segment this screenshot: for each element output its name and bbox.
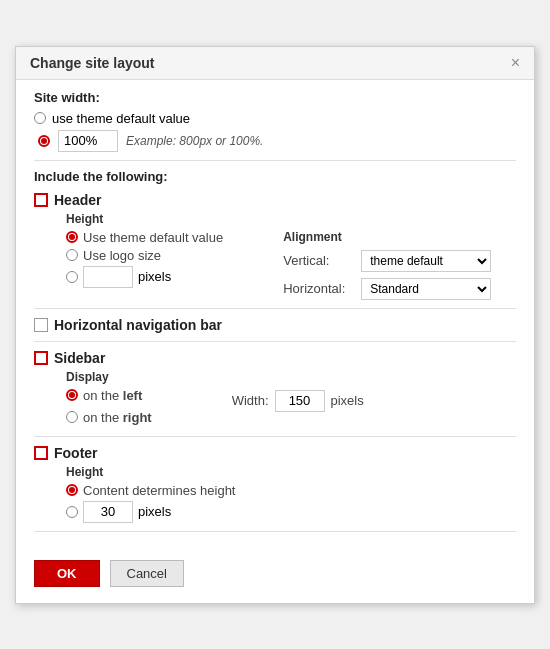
alignment-label: Alignment (283, 230, 491, 244)
sidebar-right-label: on the right (83, 410, 152, 425)
footer-pixels-radio[interactable] (66, 506, 78, 518)
horizontal-label: Horizontal: (283, 281, 355, 296)
sidebar-sub-section: Display on the left on the right Wid (34, 370, 516, 428)
footer-pixels-row: pixels (66, 501, 516, 523)
sidebar-left-radio[interactable] (66, 389, 78, 401)
site-width-theme-label: use theme default value (52, 111, 190, 126)
horizontal-align-row: Horizontal: Standard Left Center Right (283, 278, 491, 300)
vertical-align-row: Vertical: theme default top middle botto… (283, 250, 491, 272)
site-width-input[interactable] (58, 130, 118, 152)
vertical-label: Vertical: (283, 253, 355, 268)
site-width-example: Example: 800px or 100%. (126, 134, 263, 148)
header-height-options: Use theme default value Use logo size pi… (44, 230, 223, 300)
footer-content-row: Content determines height (66, 483, 516, 498)
footer-title-row: Footer (34, 445, 516, 461)
sidebar-left-row: on the left (66, 388, 152, 403)
horizontal-nav-section: Horizontal navigation bar (34, 317, 516, 333)
sidebar-options-row: on the left on the right Width: pixels (44, 388, 516, 428)
horizontal-nav-checkbox[interactable] (34, 318, 48, 332)
sidebar-left-label: on the left (83, 388, 142, 403)
footer-content-label: Content determines height (83, 483, 235, 498)
sidebar-width-label: Width: (232, 393, 269, 408)
sidebar-radio-group: on the left on the right (44, 388, 152, 428)
footer-pixels-input[interactable] (83, 501, 133, 523)
cancel-button[interactable]: Cancel (110, 560, 184, 587)
header-sub-section: Height Use theme default value Use logo … (34, 212, 516, 300)
header-checkbox[interactable] (34, 193, 48, 207)
header-theme-row: Use theme default value (66, 230, 223, 245)
sidebar-width-row: Width: pixels (232, 390, 364, 412)
site-width-label: Site width: (34, 90, 516, 105)
sidebar-label: Sidebar (54, 350, 105, 366)
sidebar-title-row: Sidebar (34, 350, 516, 366)
header-alignment: Alignment Vertical: theme default top mi… (283, 230, 491, 300)
change-site-layout-dialog: Change site layout × Site width: use the… (15, 46, 535, 604)
header-logo-row: Use logo size (66, 248, 223, 263)
header-logo-label: Use logo size (83, 248, 161, 263)
footer-pixels-label: pixels (138, 504, 171, 519)
site-width-custom-row: Example: 800px or 100%. (38, 130, 516, 152)
site-width-theme-radio[interactable] (34, 112, 46, 124)
sidebar-display-label: Display (66, 370, 516, 384)
footer-checkbox[interactable] (34, 446, 48, 460)
header-theme-radio[interactable] (66, 231, 78, 243)
footer-height-label: Height (66, 465, 516, 479)
sidebar-right-row: on the right (66, 410, 152, 425)
sidebar-pixels-label: pixels (331, 393, 364, 408)
header-theme-label: Use theme default value (83, 230, 223, 245)
sidebar-section: Sidebar Display on the left on the right (34, 350, 516, 428)
ok-button[interactable]: OK (34, 560, 100, 587)
footer-sub-section: Height Content determines height pixels (34, 465, 516, 523)
vertical-select[interactable]: theme default top middle bottom (361, 250, 491, 272)
footer-label: Footer (54, 445, 98, 461)
header-section: Header Height Use theme default value Us… (34, 192, 516, 300)
header-pixels-label: pixels (138, 269, 171, 284)
horizontal-select[interactable]: Standard Left Center Right (361, 278, 491, 300)
dialog-header: Change site layout × (16, 47, 534, 80)
dialog-title: Change site layout (30, 55, 154, 71)
header-logo-radio[interactable] (66, 249, 78, 261)
site-width-custom-radio[interactable] (38, 135, 50, 147)
sidebar-checkbox[interactable] (34, 351, 48, 365)
header-height-label: Height (66, 212, 516, 226)
dialog-body: Site width: use theme default value Exam… (16, 80, 534, 550)
horizontal-nav-label: Horizontal navigation bar (54, 317, 222, 333)
include-label: Include the following: (34, 169, 516, 184)
footer-content-radio[interactable] (66, 484, 78, 496)
footer-section: Footer Height Content determines height … (34, 445, 516, 523)
header-label: Header (54, 192, 101, 208)
sidebar-right-radio[interactable] (66, 411, 78, 423)
site-width-theme-row: use theme default value (34, 111, 516, 126)
header-pixels-row: pixels (66, 266, 223, 288)
dialog-footer: OK Cancel (16, 550, 534, 591)
sidebar-width-input[interactable] (275, 390, 325, 412)
header-pixels-input[interactable] (83, 266, 133, 288)
header-title-row: Header (34, 192, 516, 208)
close-button[interactable]: × (511, 55, 520, 71)
site-width-section: Site width: use theme default value Exam… (34, 90, 516, 152)
header-pixels-radio[interactable] (66, 271, 78, 283)
